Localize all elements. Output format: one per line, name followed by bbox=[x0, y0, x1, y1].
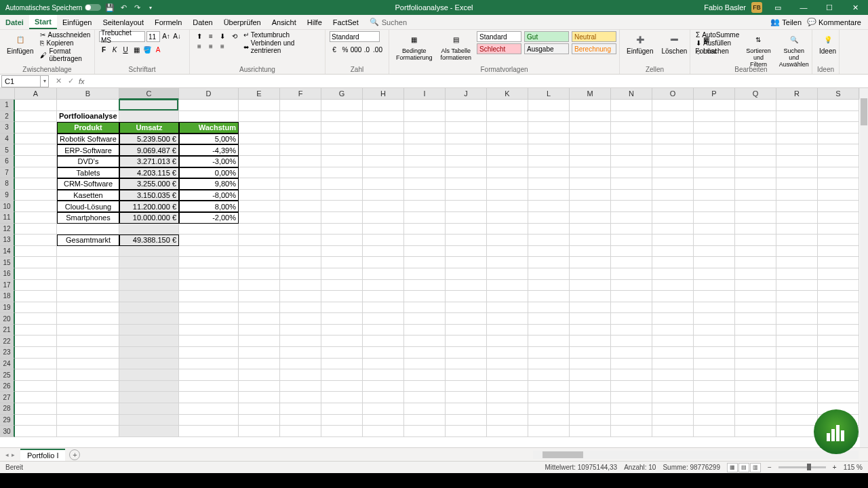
cell-S1[interactable] bbox=[818, 100, 859, 111]
cell-F29[interactable] bbox=[280, 415, 321, 426]
cell-H4[interactable] bbox=[363, 134, 404, 145]
cell-Q1[interactable] bbox=[735, 100, 776, 111]
cell-Q25[interactable] bbox=[735, 369, 776, 381]
cell-N15[interactable] bbox=[611, 257, 652, 268]
cell-E2[interactable] bbox=[239, 111, 280, 123]
cell-I30[interactable] bbox=[404, 426, 446, 437]
cell-Q10[interactable] bbox=[735, 201, 776, 212]
cell-K30[interactable] bbox=[487, 426, 528, 437]
copy-button[interactable]: ⎘Kopieren bbox=[39, 39, 92, 47]
cell-H27[interactable] bbox=[363, 392, 404, 403]
cell-G21[interactable] bbox=[321, 325, 363, 336]
menu-layout[interactable]: Seitenlayout bbox=[97, 15, 149, 29]
font-color-button[interactable]: A bbox=[153, 45, 163, 54]
cell-S8[interactable] bbox=[818, 178, 859, 190]
cell-I9[interactable] bbox=[404, 190, 446, 201]
cell-L21[interactable] bbox=[528, 325, 570, 336]
cell-L16[interactable] bbox=[528, 268, 570, 280]
cell-R30[interactable] bbox=[776, 426, 818, 437]
col-header-G[interactable]: G bbox=[321, 88, 363, 100]
view-page-button[interactable]: ▤ bbox=[738, 463, 749, 472]
cell-M17[interactable] bbox=[570, 280, 611, 291]
cell-S23[interactable] bbox=[818, 347, 859, 359]
cell-F8[interactable] bbox=[280, 178, 321, 190]
cell-I22[interactable] bbox=[404, 336, 446, 347]
cell-D23[interactable] bbox=[179, 347, 239, 359]
comma-button[interactable]: 000 bbox=[351, 45, 361, 54]
cell-J16[interactable] bbox=[446, 268, 487, 280]
cell-J29[interactable] bbox=[446, 415, 487, 426]
cell-J2[interactable] bbox=[446, 111, 487, 123]
cell-I7[interactable] bbox=[404, 167, 446, 179]
cell-N19[interactable] bbox=[611, 302, 652, 314]
cell-F14[interactable] bbox=[280, 246, 321, 258]
cell-C13[interactable]: 49.388.150 € bbox=[119, 235, 179, 246]
cell-A16[interactable] bbox=[15, 268, 57, 280]
cell-E10[interactable] bbox=[239, 201, 280, 212]
cell-R28[interactable] bbox=[776, 403, 818, 415]
search-box[interactable]: 🔍 Suchen bbox=[370, 18, 407, 26]
cell-A9[interactable] bbox=[15, 190, 57, 201]
cell-M26[interactable] bbox=[570, 381, 611, 392]
cell-P29[interactable] bbox=[694, 415, 735, 426]
cell-G8[interactable] bbox=[321, 178, 363, 190]
cell-E19[interactable] bbox=[239, 302, 280, 314]
col-header-K[interactable]: K bbox=[487, 88, 528, 100]
underline-button[interactable]: U bbox=[121, 45, 130, 54]
cell-Q26[interactable] bbox=[735, 381, 776, 392]
cell-S2[interactable] bbox=[818, 111, 859, 123]
cell-C6[interactable]: 3.271.013 € bbox=[119, 156, 179, 167]
horizontal-scrollbar[interactable] bbox=[533, 451, 859, 459]
cell-A10[interactable] bbox=[15, 201, 57, 212]
cell-M1[interactable] bbox=[570, 100, 611, 111]
col-header-R[interactable]: R bbox=[776, 88, 818, 100]
cell-L14[interactable] bbox=[528, 246, 570, 258]
cell-I17[interactable] bbox=[404, 280, 446, 291]
cell-G27[interactable] bbox=[321, 392, 363, 403]
cell-F11[interactable] bbox=[280, 212, 321, 224]
row-header-29[interactable]: 29 bbox=[0, 415, 15, 426]
cell-O8[interactable] bbox=[652, 178, 694, 190]
cell-A18[interactable] bbox=[15, 291, 57, 302]
cell-I26[interactable] bbox=[404, 381, 446, 392]
cell-A12[interactable] bbox=[15, 224, 57, 235]
cell-S27[interactable] bbox=[818, 392, 859, 403]
cell-Q22[interactable] bbox=[735, 336, 776, 347]
cell-G23[interactable] bbox=[321, 347, 363, 359]
cell-O11[interactable] bbox=[652, 212, 694, 224]
menu-factset[interactable]: FactSet bbox=[328, 15, 364, 29]
cell-G30[interactable] bbox=[321, 426, 363, 437]
cell-E18[interactable] bbox=[239, 291, 280, 302]
cell-P18[interactable] bbox=[694, 291, 735, 302]
insert-cells-button[interactable]: ➕Einfügen bbox=[624, 31, 656, 56]
cell-P3[interactable] bbox=[694, 122, 735, 134]
cell-P14[interactable] bbox=[694, 246, 735, 258]
cell-I21[interactable] bbox=[404, 325, 446, 336]
cell-D29[interactable] bbox=[179, 415, 239, 426]
cell-A3[interactable] bbox=[15, 122, 57, 134]
worksheet-grid[interactable]: ABCDEFGHIJKLMNOPQRS 12345678910111213141… bbox=[0, 88, 868, 447]
cell-S19[interactable] bbox=[818, 302, 859, 314]
cell-K21[interactable] bbox=[487, 325, 528, 336]
row-header-30[interactable]: 30 bbox=[0, 426, 15, 437]
cell-N29[interactable] bbox=[611, 415, 652, 426]
row-header-1[interactable]: 1 bbox=[0, 100, 15, 111]
cell-B15[interactable] bbox=[57, 257, 119, 268]
cell-K4[interactable] bbox=[487, 134, 528, 145]
cell-K9[interactable] bbox=[487, 190, 528, 201]
cell-L1[interactable] bbox=[528, 100, 570, 111]
cell-M13[interactable] bbox=[570, 235, 611, 246]
tab-nav-first[interactable]: ◂ bbox=[5, 451, 9, 458]
cell-Q14[interactable] bbox=[735, 246, 776, 258]
row-header-14[interactable]: 14 bbox=[0, 246, 15, 258]
cell-D22[interactable] bbox=[179, 336, 239, 347]
cell-P16[interactable] bbox=[694, 268, 735, 280]
cell-E9[interactable] bbox=[239, 190, 280, 201]
cell-Q29[interactable] bbox=[735, 415, 776, 426]
cell-S18[interactable] bbox=[818, 291, 859, 302]
cell-F6[interactable] bbox=[280, 156, 321, 167]
cell-D14[interactable] bbox=[179, 246, 239, 258]
cell-A15[interactable] bbox=[15, 257, 57, 268]
cell-M9[interactable] bbox=[570, 190, 611, 201]
col-header-A[interactable]: A bbox=[15, 88, 57, 100]
